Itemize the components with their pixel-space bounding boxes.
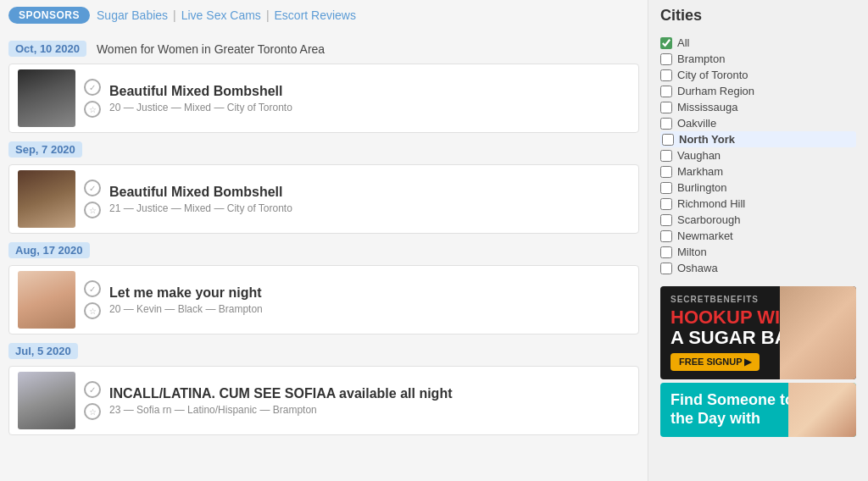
listing-meta-4: 23 — Sofia rn — Latino/Hispanic — Brampt… (109, 404, 630, 416)
section-1-header: Oct, 10 2020 Women for Women in Greater … (8, 41, 639, 57)
city-label-oakville: Oakville (677, 117, 716, 130)
city-checkbox-mississauga[interactable] (660, 102, 672, 113)
city-label-mississauga: Mississauga (677, 101, 738, 113)
listing-title-2: Beautiful Mixed Bombshell (109, 185, 630, 200)
city-item-mississauga[interactable]: Mississauga (660, 99, 856, 115)
main-content: SPONSORS Sugar Babies | Live Sex Cams | … (0, 0, 648, 481)
star-icon-1: ☆ (84, 101, 101, 118)
listing-card-4[interactable]: ✓ ☆ INCALL/LATINA. CUM SEE SOFIAA availa… (8, 366, 639, 435)
date-badge-4: Jul, 5 2020 (8, 343, 78, 359)
star-icon-3: ☆ (84, 302, 101, 319)
city-item-oakville[interactable]: Oakville (660, 115, 856, 131)
city-item-all[interactable]: All (660, 35, 856, 51)
city-checkbox-newmarket[interactable] (660, 230, 672, 242)
star-icon-2: ☆ (84, 202, 101, 218)
section-1-desc: Women for Women in Greater Toronto Area (97, 42, 325, 56)
listing-card-1[interactable]: ✓ ☆ Beautiful Mixed Bombshell 20 — Justi… (8, 64, 639, 133)
city-list: All Brampton City of Toronto Durham Regi… (660, 35, 856, 276)
section-3-header: Aug, 17 2020 (8, 242, 639, 258)
city-item-brampton[interactable]: Brampton (660, 51, 856, 67)
city-label-north-york: North York (679, 133, 735, 146)
city-item-milton[interactable]: Milton (660, 244, 856, 260)
city-label-brampton: Brampton (677, 53, 725, 65)
city-checkbox-north-york[interactable] (662, 134, 674, 146)
city-checkbox-scarborough[interactable] (660, 214, 672, 226)
city-checkbox-milton[interactable] (660, 246, 672, 258)
city-label-city-of-toronto: City of Toronto (677, 69, 748, 81)
hookup-signup-button[interactable]: FREE SIGNUP ▶ (670, 353, 760, 371)
city-item-newmarket[interactable]: Newmarket (660, 228, 856, 244)
city-label-richmond-hill: Richmond Hill (677, 197, 745, 210)
city-item-city-of-toronto[interactable]: City of Toronto (660, 67, 856, 83)
separator-2: | (266, 8, 270, 22)
city-checkbox-city-of-toronto[interactable] (660, 69, 672, 81)
find-banner-image (788, 383, 856, 436)
date-badge-1: Oct, 10 2020 (8, 41, 86, 57)
hookup-ad-banner[interactable]: SECRETBENEFITS HOOKUP WITH A SUGAR BABY … (660, 286, 856, 379)
section-2-header: Sep, 7 2020 (8, 141, 639, 158)
hookup-side-image (780, 286, 856, 379)
city-item-scarborough[interactable]: Scarborough (660, 212, 856, 228)
live-sex-cams-link[interactable]: Live Sex Cams (181, 8, 261, 22)
city-item-vaughan[interactable]: Vaughan (660, 147, 856, 163)
city-checkbox-brampton[interactable] (660, 53, 672, 65)
city-label-oshawa: Oshawa (677, 262, 718, 274)
listing-icons-4: ✓ ☆ (84, 381, 101, 420)
city-checkbox-markham[interactable] (660, 166, 672, 178)
verify-icon-4: ✓ (84, 381, 101, 398)
listing-thumb-1 (18, 69, 75, 127)
listing-thumb-3 (18, 271, 75, 329)
city-label-burlington: Burlington (677, 181, 727, 194)
city-item-oshawa[interactable]: Oshawa (660, 260, 856, 276)
listing-icons-3: ✓ ☆ (84, 280, 101, 319)
separator-1: | (173, 8, 176, 22)
city-checkbox-durham[interactable] (660, 86, 672, 97)
escort-reviews-link[interactable]: Escort Reviews (275, 8, 356, 22)
date-badge-2: Sep, 7 2020 (8, 141, 82, 158)
verify-icon-2: ✓ (84, 180, 101, 196)
city-label-markham: Markham (677, 165, 723, 178)
listing-meta-1: 20 — Justice — Mixed — City of Toronto (109, 102, 630, 113)
city-checkbox-oshawa[interactable] (660, 263, 672, 274)
sidebar: Cities All Brampton City of Toronto Durh… (648, 0, 868, 481)
city-item-burlington[interactable]: Burlington (660, 180, 856, 196)
city-item-richmond-hill[interactable]: Richmond Hill (660, 196, 856, 212)
sugar-babies-link[interactable]: Sugar Babies (97, 8, 168, 22)
city-checkbox-oakville[interactable] (660, 118, 672, 130)
listing-title-1: Beautiful Mixed Bombshell (109, 84, 630, 99)
city-label-milton: Milton (677, 246, 707, 258)
city-label-newmarket: Newmarket (677, 229, 733, 242)
listing-info-1: Beautiful Mixed Bombshell 20 — Justice —… (109, 84, 630, 113)
sponsors-button[interactable]: SPONSORS (8, 7, 90, 24)
city-item-markham[interactable]: Markham (660, 163, 856, 180)
city-label-scarborough: Scarborough (677, 213, 740, 226)
listing-info-3: Let me make your night 20 — Kevin — Blac… (109, 285, 630, 315)
city-label-all: All (677, 36, 689, 49)
city-label-vaughan: Vaughan (677, 149, 721, 162)
listing-icons-2: ✓ ☆ (84, 180, 101, 218)
find-banner[interactable]: Find Someone to Spend the Day with (660, 383, 856, 436)
listing-icons-1: ✓ ☆ (84, 79, 101, 118)
city-checkbox-burlington[interactable] (660, 182, 672, 194)
verify-icon-1: ✓ (84, 79, 101, 96)
listing-thumb-2 (18, 170, 75, 228)
city-checkbox-all[interactable] (660, 37, 672, 49)
listing-meta-3: 20 — Kevin — Black — Brampton (109, 303, 630, 315)
nav-bar: SPONSORS Sugar Babies | Live Sex Cams | … (8, 0, 639, 32)
listing-info-4: INCALL/LATINA. CUM SEE SOFIAA available … (109, 386, 630, 416)
listing-card-3[interactable]: ✓ ☆ Let me make your night 20 — Kevin — … (8, 265, 639, 334)
date-badge-3: Aug, 17 2020 (8, 242, 90, 258)
listing-meta-2: 21 — Justice — Mixed — City of Toronto (109, 202, 630, 214)
verify-icon-3: ✓ (84, 280, 101, 297)
listing-title-4: INCALL/LATINA. CUM SEE SOFIAA available … (109, 386, 630, 401)
listing-card-2[interactable]: ✓ ☆ Beautiful Mixed Bombshell 21 — Justi… (8, 164, 639, 234)
city-item-durham[interactable]: Durham Region (660, 83, 856, 99)
hookup-banner: SECRETBENEFITS HOOKUP WITH A SUGAR BABY … (660, 286, 856, 379)
listing-info-2: Beautiful Mixed Bombshell 21 — Justice —… (109, 185, 630, 214)
city-label-durham: Durham Region (677, 85, 754, 97)
section-4-header: Jul, 5 2020 (8, 343, 639, 359)
listing-title-3: Let me make your night (109, 285, 630, 301)
city-item-north-york[interactable]: North York (660, 131, 856, 147)
city-checkbox-vaughan[interactable] (660, 150, 672, 162)
city-checkbox-richmond-hill[interactable] (660, 198, 672, 210)
